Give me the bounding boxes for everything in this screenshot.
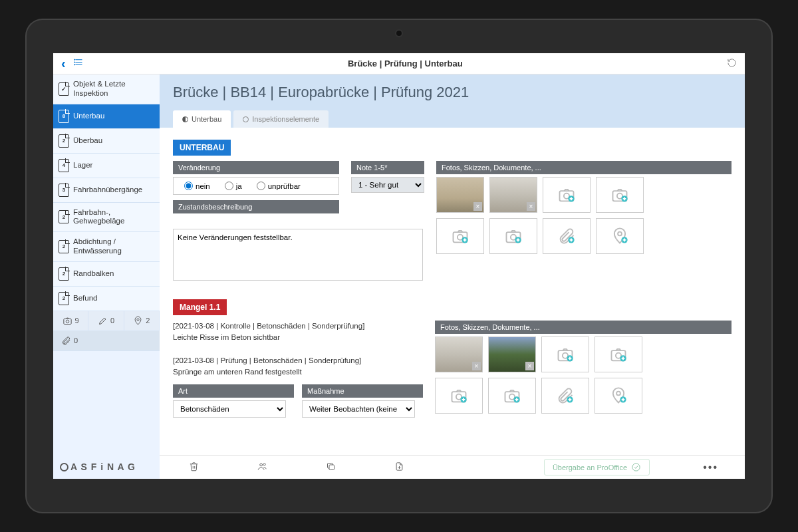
sidebar-item-lager[interactable]: 4 Lager [53,154,160,178]
page-title: Brücke | BB14 | Europabrücke | Prüfung 2… [173,84,732,101]
delete-thumb-icon[interactable]: × [527,202,535,211]
add-photo-tile[interactable] [543,177,591,213]
sidebar-item-abdichtung[interactable]: 2 Abdichtung / Entwässerung [53,232,160,262]
add-photo-tile[interactable] [489,218,537,254]
trash-button[interactable] [186,459,201,476]
sidebar-item-ueberbau[interactable]: 2 Überbau [53,129,160,154]
sidebar-item-befund[interactable]: 2 Befund [53,287,160,311]
tab-inspektionselemente[interactable]: Inspektionselemente [233,110,329,128]
topbar: ‹ Brücke | Prüfung | Unterbau [53,53,745,74]
refresh-icon[interactable] [723,58,741,70]
sidebar-item-label: Randbalken [73,269,154,279]
paperclip-icon [61,336,71,346]
doc-icon: 2 [59,267,69,281]
export-pdf-button[interactable] [392,459,407,476]
svg-point-4 [74,62,74,63]
add-photo-tile[interactable] [488,378,536,414]
tablet-frame: ‹ Brücke | Prüfung | Unterbau Objekt & L… [27,20,771,512]
attachment-grid: × × [435,336,732,414]
doc-check-icon [59,82,69,96]
label-note: Note 1-5* [351,161,424,174]
doc-icon: 8 [59,110,69,123]
label-attachments: Fotos, Skizzen, Dokumente, ... [435,321,732,334]
breadcrumb: Brücke | Prüfung | Unterbau [88,59,723,68]
svg-rect-6 [63,319,70,324]
radio-unpruefbar[interactable]: unprüfbar [250,180,307,192]
tab-indicator-icon [182,116,188,122]
tab-unterbau[interactable]: Unterbau [173,110,231,128]
brand-ring-icon [60,463,68,471]
add-attachment-tile[interactable] [543,218,591,254]
sidebar-item-fahrbahn-belaege[interactable]: 2 Fahrbahn-, Gehwegbeläge [53,203,160,233]
radio-nein[interactable]: nein [178,180,217,192]
svg-rect-41 [329,465,334,470]
section-mangel: Mangel 1.1 [2021-03-08 | Kontrolle | Bet… [173,299,732,418]
app-screen: ‹ Brücke | Prüfung | Unterbau Objekt & L… [53,53,745,479]
sidebar-item-label: Fahrbahn-, Gehwegbeläge [73,208,154,227]
bottombar: Übergabe an ProOffice ••• [160,455,745,479]
back-button[interactable]: ‹ [57,56,70,71]
select-massnahme[interactable]: Weiter Beobachten (keine ... [302,400,415,418]
select-art[interactable]: Betonschäden [173,400,286,418]
users-button[interactable] [255,459,270,476]
delete-thumb-icon[interactable]: × [472,362,481,370]
sidebar-item-randbalken[interactable]: 2 Randbalken [53,262,160,287]
more-button[interactable]: ••• [703,462,718,473]
sidebar-item-object[interactable]: Objekt & Letzte Inspektion [53,74,160,104]
select-note[interactable]: 1 - Sehr gut [351,177,424,193]
add-location-tile[interactable] [595,378,642,414]
sidebar-item-label: Abdichtung / Entwässerung [73,237,154,256]
label-massnahme: Maßnahme [302,384,423,398]
photo-thumb[interactable]: × [435,336,483,372]
sidebar-item-unterbau[interactable]: 8 Unterbau [53,104,160,129]
radio-group-veraenderung: nein ja unprüfbar [173,177,339,195]
label-zustand: Zustandsbeschreibung [173,200,339,213]
sidebar-item-label: Unterbau [73,112,154,121]
add-photo-tile[interactable] [541,336,589,372]
sidebar-item-label: Fahrbahnübergänge [73,186,154,195]
radio-ja[interactable]: ja [218,180,249,192]
doc-icon: 2 [59,240,69,253]
photo-thumb[interactable]: × [436,177,484,213]
doc-icon: 3 [59,184,69,197]
list-icon[interactable] [70,57,88,70]
sidebar-item-label: Lager [73,161,154,170]
stat-attachments[interactable]: 0 [53,331,160,351]
sidebar-item-fahrbahnuebergaenge[interactable]: 3 Fahrbahnübergänge [53,178,160,203]
svg-point-5 [74,65,74,65]
attachment-grid: × × [436,177,732,254]
delete-thumb-icon[interactable]: × [525,362,534,370]
add-attachment-tile[interactable] [541,378,589,414]
doc-icon: 2 [59,210,69,223]
defect-entry: [2021-03-08 | Kontrolle | Betonschäden |… [173,321,423,378]
tab-indicator-icon [243,116,249,122]
doc-icon: 2 [59,134,69,148]
textarea-zustand[interactable] [173,229,423,281]
transfer-button[interactable]: Übergabe an ProOffice [544,459,650,475]
sidebar-stats: 9 0 2 0 [53,311,160,351]
add-location-tile[interactable] [596,218,644,254]
content-scroll[interactable]: UNTERBAU Veränderung nein ja unprüfbar Z… [160,128,745,455]
sidebar-item-label: Objekt & Letzte Inspektion [73,80,154,98]
sidebar-item-label: Befund [73,294,154,303]
delete-thumb-icon[interactable]: × [473,202,482,211]
pencil-icon [98,316,108,326]
label-attachments: Fotos, Skizzen, Dokumente, ... [436,161,732,174]
sidebar: Objekt & Letzte Inspektion 8 Unterbau 2 … [53,74,160,479]
stat-edits[interactable]: 0 [88,311,124,331]
camera-icon [63,316,72,326]
svg-point-3 [74,59,74,60]
add-photo-tile[interactable] [435,378,483,414]
photo-thumb[interactable]: × [489,177,537,213]
add-photo-tile[interactable] [596,177,644,213]
stat-pins[interactable]: 2 [124,311,160,331]
add-photo-tile[interactable] [595,336,642,372]
brand-logo: A S F i N A G [53,455,160,479]
sidebar-item-label: Überbau [73,136,154,146]
photo-thumb[interactable]: × [488,336,536,372]
section-badge-mangel: Mangel 1.1 [173,299,227,315]
stat-photos[interactable]: 9 [53,311,88,331]
add-photo-tile[interactable] [436,218,484,254]
copy-button[interactable] [323,459,338,476]
svg-point-42 [632,464,640,471]
